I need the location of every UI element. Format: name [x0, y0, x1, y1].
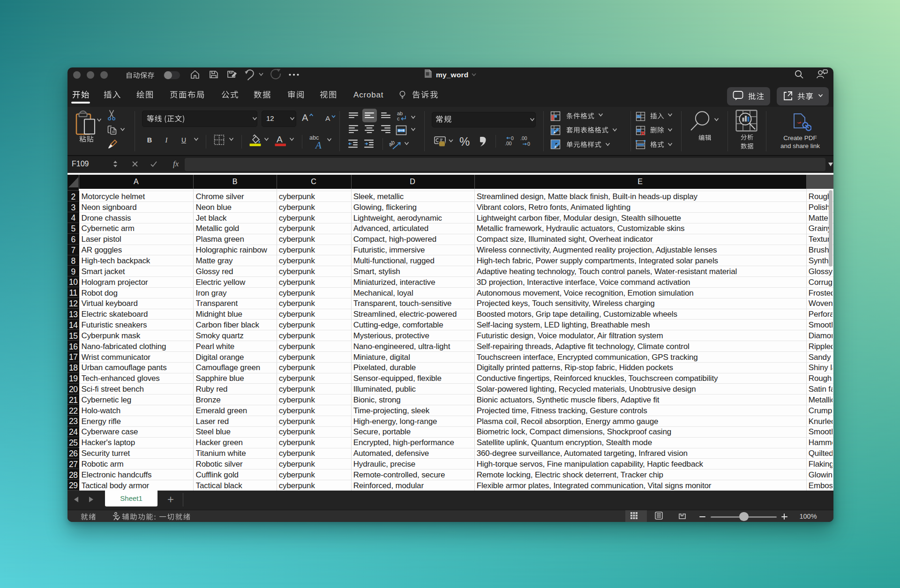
svg-text:.00: .00	[520, 136, 527, 141]
svg-text:c: c	[397, 116, 400, 121]
svg-text:0: 0	[527, 141, 530, 147]
svg-text:.00: .00	[505, 141, 512, 146]
svg-text:A: A	[315, 140, 322, 149]
svg-text:A: A	[277, 134, 283, 144]
svg-text:A: A	[302, 112, 308, 123]
svg-text:A: A	[325, 114, 330, 122]
svg-text:fx: fx	[173, 159, 179, 168]
